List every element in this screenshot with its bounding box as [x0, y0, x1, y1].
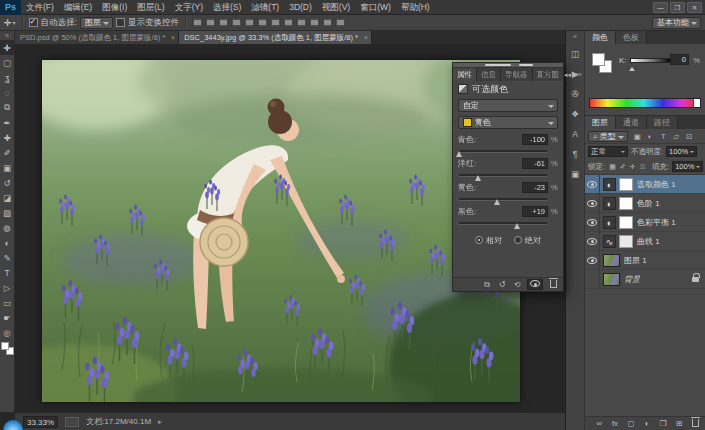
curves-thumbnail[interactable]: [619, 235, 633, 248]
link-layers-icon[interactable]: ∞: [594, 419, 604, 428]
photo-document[interactable]: [42, 60, 520, 402]
slider-value-field[interactable]: -23: [522, 182, 548, 193]
visibility-toggle[interactable]: [585, 175, 600, 194]
window-control-button[interactable]: —: [653, 2, 668, 13]
panel-tab[interactable]: 导航器: [501, 68, 533, 81]
menu-item[interactable]: 3D(D): [284, 0, 317, 15]
adjustment-layer-icon[interactable]: ◐: [603, 178, 616, 191]
lock-position-icon[interactable]: ✛: [628, 162, 637, 172]
slider-track[interactable]: [459, 194, 557, 204]
layer-thumbnail[interactable]: [603, 254, 620, 267]
panel-tab[interactable]: 颜色: [585, 31, 616, 44]
align-icon[interactable]: [244, 17, 255, 28]
opacity-field[interactable]: 100%: [666, 146, 697, 157]
zoom-tool[interactable]: ◎: [0, 325, 14, 340]
brush-tool[interactable]: ✐: [0, 145, 14, 160]
clone-stamp-tool[interactable]: ▣: [0, 160, 14, 175]
eraser-tool[interactable]: ◪: [0, 190, 14, 205]
filter-kind-dropdown[interactable]: ⌕ 类型: [588, 131, 628, 142]
shape-tool[interactable]: ▭: [0, 295, 14, 310]
adjustment-layer-icon[interactable]: ◐: [603, 216, 616, 229]
visibility-toggle[interactable]: [585, 232, 600, 251]
styles-icon[interactable]: ❖: [567, 108, 583, 121]
adjustment-layer-icon[interactable]: ◐: [603, 197, 616, 210]
slider-thumb[interactable]: [456, 148, 462, 157]
align-icon[interactable]: [322, 17, 333, 28]
zoom-level-field[interactable]: 33.33%: [23, 416, 58, 428]
foreground-color-swatch[interactable]: [592, 53, 605, 66]
new-layer-icon[interactable]: ⊞: [674, 419, 684, 428]
clip-to-layer-icon[interactable]: ⧉: [482, 280, 492, 290]
menu-item[interactable]: 帮助(H): [396, 0, 435, 15]
menu-item[interactable]: 滤镜(T): [246, 0, 284, 15]
previous-state-icon[interactable]: ↺: [497, 280, 507, 289]
healing-brush-tool[interactable]: ✚: [0, 130, 14, 145]
layer-visibility-icon[interactable]: [527, 279, 543, 290]
slider-thumb[interactable]: [514, 220, 520, 229]
slider-value-field[interactable]: +19: [522, 206, 548, 217]
layer-mask-thumbnail[interactable]: [619, 197, 633, 210]
layer-row[interactable]: ∿ 曲线 1: [585, 232, 705, 251]
white-chip[interactable]: [693, 99, 700, 107]
type-tool[interactable]: T: [0, 265, 14, 280]
layer-row[interactable]: 图层 1: [585, 251, 705, 270]
visibility-toggle[interactable]: [585, 251, 600, 270]
history-brush-tool[interactable]: ↺: [0, 175, 14, 190]
layer-mask-thumbnail[interactable]: [619, 178, 633, 191]
collapse-panel-icon[interactable]: ◂◂: [564, 71, 571, 79]
delete-layer-icon[interactable]: [690, 419, 700, 429]
k-value-field[interactable]: 0: [670, 54, 689, 65]
panel-tab[interactable]: 路径: [647, 116, 678, 129]
menu-item[interactable]: 视图(V): [317, 0, 355, 15]
document-tab[interactable]: DSC_3443y.jpg @ 33.3% (选取颜色 1, 图层蒙版/8) *…: [179, 31, 372, 44]
k-channel-slider[interactable]: [630, 58, 672, 63]
workspace-switcher[interactable]: 基本功能: [652, 17, 701, 29]
panel-menu-icon[interactable]: ▾≡: [574, 71, 582, 79]
align-icon[interactable]: [231, 17, 242, 28]
window-control-button[interactable]: ❐: [670, 2, 685, 13]
menu-item[interactable]: 选择(S): [208, 0, 246, 15]
layer-name[interactable]: 色彩平衡 1: [637, 217, 676, 228]
layer-row[interactable]: ◐ 色彩平衡 1: [585, 213, 705, 232]
menu-item[interactable]: 图像(I): [97, 0, 132, 15]
panel-tab[interactable]: 直方图: [533, 68, 565, 81]
layer-style-icon[interactable]: fx: [610, 419, 620, 428]
align-icon[interactable]: [257, 17, 268, 28]
visibility-toggle[interactable]: [585, 270, 600, 289]
adjustment-layer-icon[interactable]: ∿: [603, 235, 616, 248]
align-icon[interactable]: [309, 17, 320, 28]
rect-marquee-tool[interactable]: ▢: [0, 55, 14, 70]
document-tab[interactable]: PSD.psd @ 50% (选取颜色 1, 图层蒙版/8) * ×: [15, 31, 179, 44]
lock-pixels-icon[interactable]: ✐: [618, 162, 627, 172]
quick-select-tool[interactable]: ◌: [0, 85, 14, 100]
slider-value-field[interactable]: -61: [522, 158, 548, 169]
visibility-toggle[interactable]: [585, 213, 600, 232]
add-mask-icon[interactable]: ◻: [626, 419, 636, 428]
panel-tab[interactable]: 信息: [477, 68, 501, 81]
foreground-color-swatch[interactable]: [1, 342, 9, 350]
clone-source-icon[interactable]: ▣: [567, 168, 583, 181]
blur-tool[interactable]: ◍: [0, 220, 14, 235]
panel-tab[interactable]: 图层: [585, 116, 616, 129]
layer-thumbnail[interactable]: [603, 273, 620, 286]
gradient-tool[interactable]: ▨: [0, 205, 14, 220]
align-icon[interactable]: [205, 17, 216, 28]
align-icon[interactable]: [296, 17, 307, 28]
layer-name[interactable]: 曲线 1: [637, 236, 660, 247]
align-icon[interactable]: [218, 17, 229, 28]
move-tool-icon[interactable]: ✛▾: [4, 18, 16, 28]
expand-panels-icon[interactable]: «: [573, 32, 577, 41]
window-control-button[interactable]: ✕: [687, 2, 702, 13]
layer-name[interactable]: 色阶 1: [637, 198, 660, 209]
delete-adjustment-icon[interactable]: [548, 280, 558, 290]
align-icon[interactable]: [192, 17, 203, 28]
tool-presets-icon[interactable]: ✇: [567, 88, 583, 101]
radio-icon[interactable]: [514, 236, 522, 244]
reset-adjustment-icon[interactable]: ⟲: [512, 280, 522, 289]
preset-dropdown[interactable]: 自定: [458, 99, 558, 112]
panel-drag-grip[interactable]: [453, 63, 563, 68]
slider-thumb[interactable]: [494, 196, 500, 205]
lasso-tool[interactable]: ʓ: [0, 70, 14, 85]
move-tool[interactable]: ✛: [0, 40, 14, 55]
menu-item[interactable]: 文字(Y): [170, 0, 208, 15]
